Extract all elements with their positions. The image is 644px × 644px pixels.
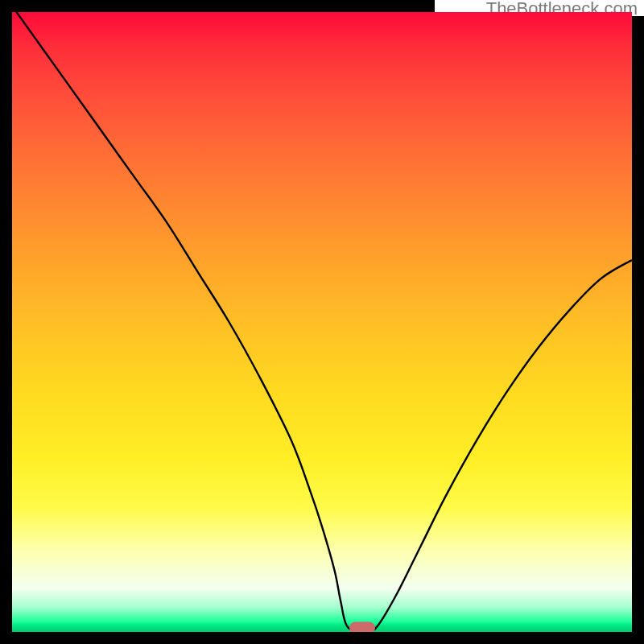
chart-frame: TheBottleneck.com [0, 0, 644, 644]
optimum-marker [349, 622, 375, 633]
plot-area [12, 12, 632, 632]
bottleneck-curve [12, 12, 632, 632]
